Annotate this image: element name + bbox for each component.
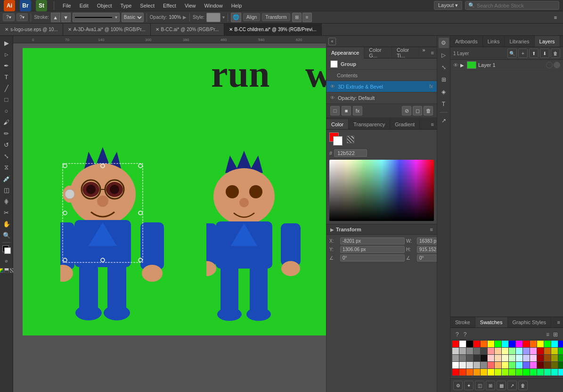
swatch-cell[interactable] xyxy=(544,362,551,368)
swatch-cell[interactable] xyxy=(537,348,544,354)
list-view-btn[interactable]: ≡ xyxy=(302,13,312,22)
canvas-area[interactable]: 0 70 140 300 380 460 540 620 1540 1620 r… xyxy=(13,36,326,392)
menu-effect[interactable]: Effect xyxy=(161,2,178,9)
add-effect-btn[interactable]: fx xyxy=(353,106,362,115)
swatch-cell[interactable] xyxy=(466,362,473,368)
ai-app-icon[interactable]: Ai xyxy=(4,0,15,11)
menu-window[interactable]: Window xyxy=(203,2,225,9)
swatch-cell[interactable] xyxy=(459,362,466,368)
export-icon-btn[interactable]: ↗ xyxy=(439,115,449,126)
style-arrow[interactable]: ▾ xyxy=(222,15,225,20)
layer-bottom-btn-2[interactable]: ✦ xyxy=(464,381,473,390)
swatch-cell[interactable] xyxy=(473,362,480,368)
layer-bottom-btn-6[interactable]: ↗ xyxy=(507,381,517,390)
swatch-cell[interactable] xyxy=(551,369,558,376)
tab-2[interactable]: ✕ A-3D-Ava1.ai* @ 100% (RGB/Pr... xyxy=(63,24,151,35)
swatch-cell[interactable] xyxy=(558,369,563,376)
style-preview[interactable] xyxy=(206,13,220,22)
tab-1[interactable]: ✕ s-logo-use.eps @ 10... xyxy=(0,24,63,35)
tool-scale[interactable]: ⤡ xyxy=(1,151,12,161)
tab-4[interactable]: ✕ B-CC children.ai* @ 39% (RGB/Previ... xyxy=(224,24,322,35)
swatch-cell[interactable] xyxy=(544,348,551,354)
swatch-cell[interactable] xyxy=(516,355,522,361)
swatch-cell[interactable] xyxy=(459,355,466,361)
layer-name[interactable]: Layer 1 xyxy=(478,62,544,68)
canvas-content[interactable]: run w xyxy=(13,43,326,392)
tab-appearance[interactable]: Appearance xyxy=(326,47,364,59)
swatch-cell[interactable] xyxy=(516,341,522,347)
br-app-icon[interactable]: Br xyxy=(20,0,31,11)
tool-ellipse[interactable]: ○ xyxy=(1,106,12,116)
swatch-cell[interactable] xyxy=(509,348,515,354)
swatch-cell[interactable] xyxy=(452,348,459,354)
menu-type[interactable]: Type xyxy=(119,2,134,9)
align-icon-btn[interactable]: ⊞ xyxy=(439,74,449,85)
swatch-cell[interactable] xyxy=(523,369,530,376)
swatch-cell[interactable] xyxy=(452,369,459,376)
tool-eyedropper[interactable]: 💉 xyxy=(1,173,12,184)
swatches-menu-btn[interactable]: ≡ xyxy=(555,317,563,327)
tab-graphic-styles[interactable]: Graphic Styles xyxy=(508,317,552,327)
tool-selection[interactable]: ▶ xyxy=(1,38,12,48)
menu-file[interactable]: File xyxy=(61,2,73,9)
swatch-cell[interactable] xyxy=(509,362,515,368)
layers-menu-btn[interactable]: ≡ xyxy=(560,36,563,47)
swatch-cell[interactable] xyxy=(551,341,558,347)
add-new-fill-btn[interactable]: ■ xyxy=(342,106,351,115)
swatch-grid-view-btn[interactable]: ⊞ xyxy=(552,331,559,338)
toolbar-menu-btn[interactable]: ≡ xyxy=(551,13,560,22)
swatch-cell[interactable] xyxy=(481,355,487,361)
appearance-group-row[interactable]: Group xyxy=(326,58,437,70)
globe-btn[interactable]: 🌐 xyxy=(231,13,241,22)
tool-scissors[interactable]: ✂ xyxy=(1,207,12,218)
swatch-cell[interactable] xyxy=(502,341,508,347)
stroke-swatch[interactable] xyxy=(333,136,343,146)
artboard[interactable]: run w xyxy=(23,48,326,335)
fill-stroke-indicator[interactable] xyxy=(1,245,12,255)
layer-expand-icon[interactable]: ▶ xyxy=(460,63,464,68)
swatch-cell[interactable] xyxy=(530,362,537,368)
swatch-cell[interactable] xyxy=(530,355,537,361)
tab-transparency[interactable]: Transparency xyxy=(349,119,390,129)
transform-angle1-input[interactable] xyxy=(340,254,405,261)
appearance-effect-row[interactable]: 👁 3D Extrude & Bevel fx xyxy=(326,81,437,92)
tool-gradient[interactable]: ◫ xyxy=(1,185,12,195)
swatch-cell[interactable] xyxy=(495,341,501,347)
stock-search-box[interactable]: 🔍 xyxy=(465,1,559,10)
layer-lock-btn[interactable] xyxy=(546,62,553,68)
swatch-cell[interactable] xyxy=(537,369,544,376)
gradient-btn[interactable] xyxy=(4,268,9,273)
layer-new-btn[interactable]: + xyxy=(518,49,528,58)
color-menu-btn[interactable]: ≡ xyxy=(428,119,437,129)
swatch-cell[interactable] xyxy=(473,355,480,361)
add-new-stroke-btn[interactable]: □ xyxy=(330,106,340,115)
panel-menu-btn[interactable]: ≡ xyxy=(428,47,437,58)
menu-view[interactable]: View xyxy=(183,2,198,9)
swatch-cell[interactable] xyxy=(502,355,508,361)
panel-more-btn[interactable]: » xyxy=(419,47,428,58)
swatch-cell[interactable] xyxy=(516,348,522,354)
transform-x-input[interactable] xyxy=(340,237,405,245)
tab-gradient[interactable]: Gradient xyxy=(390,119,420,129)
swatch-cell[interactable] xyxy=(466,355,473,361)
fx-icon[interactable]: fx xyxy=(429,84,433,89)
appearance-opacity-row[interactable]: 👁 Opacity: Default xyxy=(326,92,437,104)
swatch-cell[interactable] xyxy=(558,362,563,368)
swatch-cell[interactable] xyxy=(551,355,558,361)
swatch-cell[interactable] xyxy=(516,362,522,368)
tab-swatches[interactable]: Swatches xyxy=(475,317,508,327)
transform-y-input[interactable] xyxy=(340,246,405,253)
tab-libraries[interactable]: Libraries xyxy=(505,36,534,47)
swatch-cell[interactable] xyxy=(558,341,563,347)
swatch-cell[interactable] xyxy=(502,348,508,354)
swatch-cell[interactable] xyxy=(481,341,487,347)
swatch-cell[interactable] xyxy=(481,369,487,376)
opacity-arrow[interactable]: ▶ xyxy=(183,15,187,20)
menu-edit[interactable]: Edit xyxy=(78,2,90,9)
menu-select[interactable]: Select xyxy=(138,2,156,9)
swatch-cell[interactable] xyxy=(537,355,544,361)
swatch-cell[interactable] xyxy=(544,369,551,376)
swatch-cell[interactable] xyxy=(481,348,487,354)
swatch-cell[interactable] xyxy=(488,341,494,347)
layer-delete-btn[interactable]: 🗑 xyxy=(551,49,560,58)
